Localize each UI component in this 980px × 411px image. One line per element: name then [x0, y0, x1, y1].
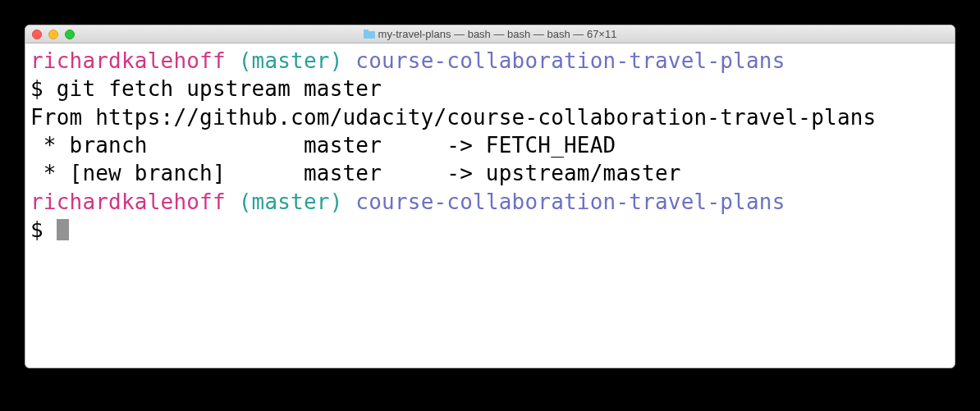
prompt-dir: course-collaboration-travel-plans	[355, 48, 785, 73]
prompt-user: richardkalehoff	[30, 48, 226, 73]
titlebar[interactable]: my-travel-plans — bash — bash — bash — 6…	[25, 25, 955, 43]
folder-icon	[364, 30, 375, 39]
traffic-lights	[25, 30, 75, 39]
prompt-branch: (master)	[239, 190, 343, 214]
window-title-text: my-travel-plans — bash — bash — bash — 6…	[378, 28, 617, 40]
window-title: my-travel-plans — bash — bash — bash — 6…	[25, 28, 955, 40]
prompt-dir: course-collaboration-travel-plans	[355, 190, 785, 214]
terminal-window: my-travel-plans — bash — bash — bash — 6…	[25, 25, 955, 368]
prompt-user: richardkalehoff	[30, 190, 226, 214]
output-line: * [new branch] master -> upstream/master	[30, 161, 681, 185]
close-icon[interactable]	[32, 30, 42, 39]
prompt-symbol: $	[30, 76, 57, 101]
terminal-output[interactable]: richardkalehoff (master) course-collabor…	[25, 43, 955, 368]
output-line: * branch master -> FETCH_HEAD	[30, 133, 616, 158]
output-line: From https://github.com/udacity/course-c…	[30, 105, 876, 130]
command-text: git fetch upstream master	[57, 76, 382, 101]
maximize-icon[interactable]	[65, 30, 75, 39]
prompt-symbol: $	[30, 217, 57, 242]
prompt-branch: (master)	[239, 48, 343, 73]
minimize-icon[interactable]	[48, 30, 58, 39]
cursor	[57, 219, 69, 240]
